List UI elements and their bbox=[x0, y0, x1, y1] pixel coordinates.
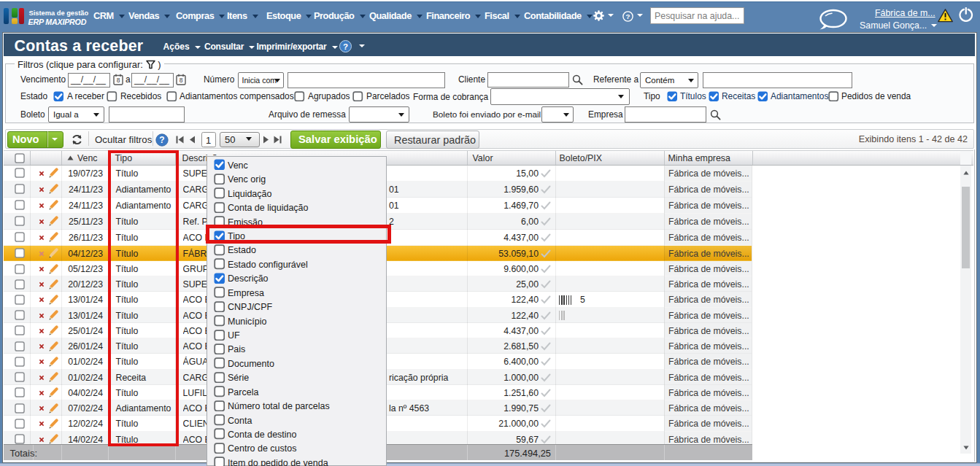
svg-text:?: ? bbox=[342, 42, 347, 50]
svg-text:?: ? bbox=[626, 12, 630, 20]
svg-text:8: 8 bbox=[180, 77, 183, 84]
svg-text:8: 8 bbox=[116, 77, 120, 84]
svg-text:?: ? bbox=[159, 135, 164, 145]
